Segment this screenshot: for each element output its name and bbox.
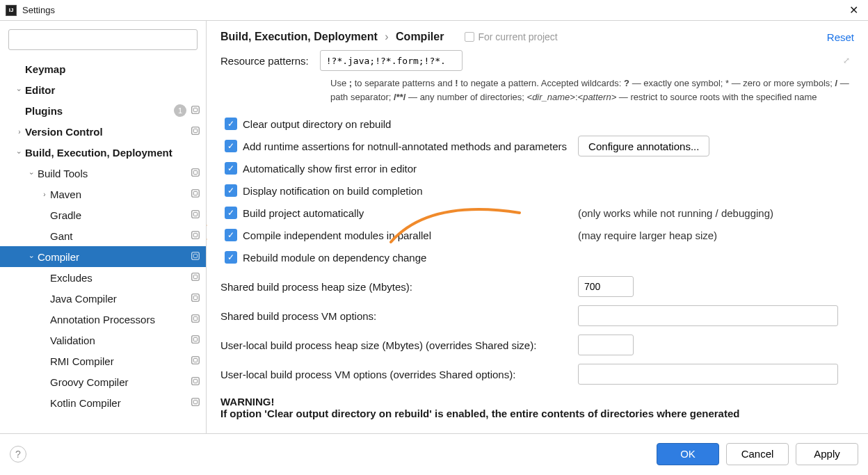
shared-heap-input[interactable] <box>578 276 634 297</box>
help-icon[interactable]: ? <box>10 446 26 462</box>
svg-rect-10 <box>192 210 200 218</box>
content-body: Resource patterns: ⤢ Use ; to separate p… <box>207 50 868 433</box>
tree-item-gradle[interactable]: Gradle <box>0 204 206 225</box>
breadcrumb-part-1: Build, Execution, Deployment <box>220 31 378 42</box>
badge: 1 <box>174 104 186 117</box>
tree-item-label: Annotation Processors <box>50 314 191 325</box>
project-scope-icon <box>191 126 200 138</box>
svg-rect-18 <box>192 293 200 301</box>
configure-annotations-button[interactable]: Configure annotations... <box>578 136 709 156</box>
content-panel: Build, Execution, Deployment › Compiler … <box>207 21 868 433</box>
project-scope-icon <box>191 355 200 367</box>
tree-item-gant[interactable]: Gant <box>0 225 206 246</box>
svg-rect-19 <box>193 296 197 299</box>
svg-rect-9 <box>193 191 197 195</box>
shared-vm-label: Shared build process VM options: <box>220 310 578 322</box>
svg-rect-28 <box>192 398 200 405</box>
tree-item-label: Maven <box>50 188 191 200</box>
chevron-icon <box>26 170 38 177</box>
svg-rect-16 <box>192 273 200 280</box>
expand-icon: ⤢ <box>843 56 850 65</box>
clear-output-checkbox[interactable]: ✓ <box>225 118 237 130</box>
tree-item-excludes[interactable]: Excludes <box>0 267 206 288</box>
shared-heap-label: Shared build process heap size (Mbytes): <box>220 281 578 293</box>
svg-rect-7 <box>193 170 197 174</box>
svg-rect-3 <box>193 108 197 111</box>
rebuild-dependency-label: Rebuild module on dependency change <box>243 252 426 264</box>
svg-rect-25 <box>193 358 197 362</box>
warning-text: If option 'Clear output directory on reb… <box>220 408 854 419</box>
svg-rect-6 <box>192 168 200 176</box>
reset-link[interactable]: Reset <box>827 31 854 43</box>
rebuild-dependency-checkbox[interactable]: ✓ <box>225 251 237 264</box>
tree-item-label: Build, Execution, Deployment <box>25 147 200 159</box>
notification-label: Display notification on build completion <box>243 185 422 197</box>
build-automatically-checkbox[interactable]: ✓ <box>225 207 237 219</box>
tree-item-keymap[interactable]: Keymap <box>0 58 206 79</box>
tree-item-rmi-compiler[interactable]: RMI Compiler <box>0 351 206 371</box>
tree-item-label: Build Tools <box>38 168 191 179</box>
tree-item-label: Groovy Compiler <box>50 376 191 388</box>
warning-title: WARNING! <box>220 396 854 408</box>
tree-item-editor[interactable]: Editor <box>0 79 206 100</box>
chevron-icon <box>14 128 25 136</box>
chevron-icon <box>14 149 25 156</box>
tree-item-version-control[interactable]: Version Control <box>0 121 206 142</box>
runtime-assertions-label: Add runtime assertions for notnull-annot… <box>243 140 567 152</box>
chevron-icon <box>39 191 50 198</box>
tree-item-label: Version Control <box>25 126 191 138</box>
local-vm-label: User-local build process VM options (ove… <box>220 369 578 380</box>
cancel-button[interactable]: Cancel <box>726 443 789 465</box>
svg-rect-8 <box>192 189 200 197</box>
project-scope-icon <box>191 168 200 179</box>
project-scope-icon <box>191 251 200 263</box>
resource-patterns-input[interactable] <box>320 50 463 71</box>
tree-item-label: Kotlin Compiler <box>50 397 191 409</box>
tree-item-kotlin-compiler[interactable]: Kotlin Compiler <box>0 392 206 413</box>
scope-indicator: For current project <box>465 31 557 42</box>
project-scope-icon <box>191 188 200 200</box>
build-automatically-note: (only works while not running / debuggin… <box>578 207 773 219</box>
tree-item-maven[interactable]: Maven <box>0 184 206 204</box>
svg-rect-2 <box>192 106 200 113</box>
tree-item-label: Keymap <box>25 63 200 75</box>
svg-rect-11 <box>193 212 197 216</box>
search-input[interactable] <box>8 29 198 50</box>
tree-item-annotation-processors[interactable]: Annotation Processors <box>0 309 206 330</box>
tree-item-plugins[interactable]: Plugins1 <box>0 100 206 121</box>
apply-button[interactable]: Apply <box>796 443 858 465</box>
show-first-error-checkbox[interactable]: ✓ <box>225 162 237 175</box>
patterns-help-text: Use ; to separate patterns and ! to nega… <box>330 77 854 104</box>
settings-tree: KeymapEditorPlugins1Version ControlBuild… <box>0 56 206 433</box>
svg-rect-14 <box>192 252 200 259</box>
tree-item-label: Java Compiler <box>50 293 191 305</box>
svg-rect-22 <box>192 335 200 343</box>
tree-item-build-tools[interactable]: Build Tools <box>0 163 206 184</box>
titlebar: IJ Settings ✕ <box>0 0 868 21</box>
tree-item-java-compiler[interactable]: Java Compiler <box>0 288 206 309</box>
tree-item-validation[interactable]: Validation <box>0 330 206 351</box>
warning-block: WARNING! If option 'Clear output directo… <box>220 396 854 419</box>
project-scope-icon <box>465 32 474 42</box>
local-vm-input[interactable] <box>578 364 838 385</box>
runtime-assertions-checkbox[interactable]: ✓ <box>225 140 237 152</box>
build-automatically-label: Build project automatically <box>243 207 364 219</box>
tree-item-label: Gant <box>50 230 191 242</box>
svg-rect-4 <box>192 127 200 134</box>
app-icon: IJ <box>6 5 17 16</box>
breadcrumb-separator: › <box>385 31 388 42</box>
tree-item-compiler[interactable]: Compiler <box>0 246 206 267</box>
svg-rect-24 <box>192 356 200 364</box>
notification-checkbox[interactable]: ✓ <box>225 184 237 197</box>
shared-vm-input[interactable] <box>578 305 838 326</box>
compile-parallel-label: Compile independent modules in parallel <box>243 230 431 241</box>
close-icon[interactable]: ✕ <box>845 3 862 17</box>
compile-parallel-checkbox[interactable]: ✓ <box>225 229 237 241</box>
ok-button[interactable]: OK <box>657 443 719 465</box>
breadcrumb-part-2: Compiler <box>396 31 444 42</box>
local-heap-input[interactable] <box>578 335 634 355</box>
footer: ? OK Cancel Apply <box>0 433 868 474</box>
chevron-icon <box>14 86 25 94</box>
tree-item-build-execution-deployment[interactable]: Build, Execution, Deployment <box>0 142 206 163</box>
tree-item-groovy-compiler[interactable]: Groovy Compiler <box>0 371 206 392</box>
